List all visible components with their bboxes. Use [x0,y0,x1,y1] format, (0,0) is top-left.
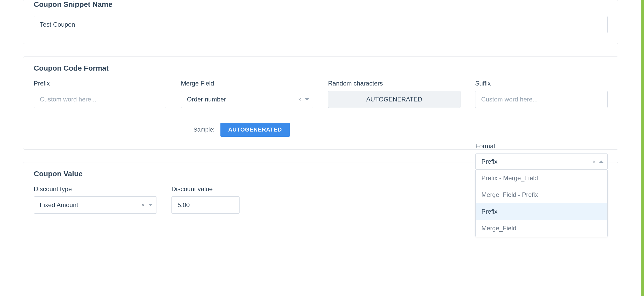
prefix-label: Prefix [34,80,166,87]
merge-field-select[interactable]: Order number × [181,91,313,108]
discount-value-input[interactable] [171,196,240,214]
chevron-down-icon[interactable] [148,204,153,206]
random-characters-label: Random characters [328,80,460,87]
format-option[interactable]: Prefix - Merge_Field [476,170,607,186]
sample-value-pill: AUTOGENERATED [220,123,290,137]
merge-field-value: Order number [181,91,313,108]
discount-value-field: Discount value [171,185,240,214]
chevron-up-icon[interactable] [599,161,603,163]
clear-icon[interactable]: × [298,97,301,102]
sample-label: Sample: [193,126,215,133]
clear-icon[interactable]: × [142,202,145,208]
random-characters-field: Random characters [328,80,460,108]
prefix-field: Prefix [34,80,166,108]
merge-field-label: Merge Field [181,80,313,87]
format-field: Format × Prefix - Merge_Field Merge_Fiel… [475,143,608,170]
clear-icon[interactable]: × [592,159,596,164]
chevron-down-icon[interactable] [305,98,309,100]
coupon-code-format-title: Coupon Code Format [34,64,608,72]
coupon-snippet-input[interactable] [34,16,608,33]
coupon-snippet-title: Coupon Snippet Name [34,0,608,9]
suffix-label: Suffix [475,80,608,87]
discount-type-value: Fixed Amount [34,196,157,214]
discount-value-label: Discount value [171,185,240,193]
prefix-input[interactable] [34,91,166,108]
format-option[interactable]: Merge_Field [476,220,607,237]
suffix-input[interactable] [475,91,608,108]
random-characters-input [328,91,460,108]
sample-row: Sample: AUTOGENERATED [193,123,608,137]
discount-type-select[interactable]: Fixed Amount × [34,196,157,214]
coupon-snippet-card: Coupon Snippet Name [23,0,618,44]
format-option[interactable]: Merge_Field - Prefix [476,186,607,203]
coupon-code-format-card: Coupon Code Format Prefix Merge Field Or… [23,56,618,150]
suffix-field: Suffix [475,80,608,108]
format-option[interactable]: Prefix [476,203,607,220]
discount-type-label: Discount type [34,185,157,193]
merge-field-field: Merge Field Order number × [181,80,313,108]
format-label: Format [475,143,608,150]
discount-type-field: Discount type Fixed Amount × [34,185,157,214]
format-select[interactable]: × Prefix - Merge_Field Merge_Field - Pre… [475,153,608,170]
format-select-input[interactable] [481,158,584,165]
format-dropdown: Prefix - Merge_Field Merge_Field - Prefi… [475,170,608,237]
